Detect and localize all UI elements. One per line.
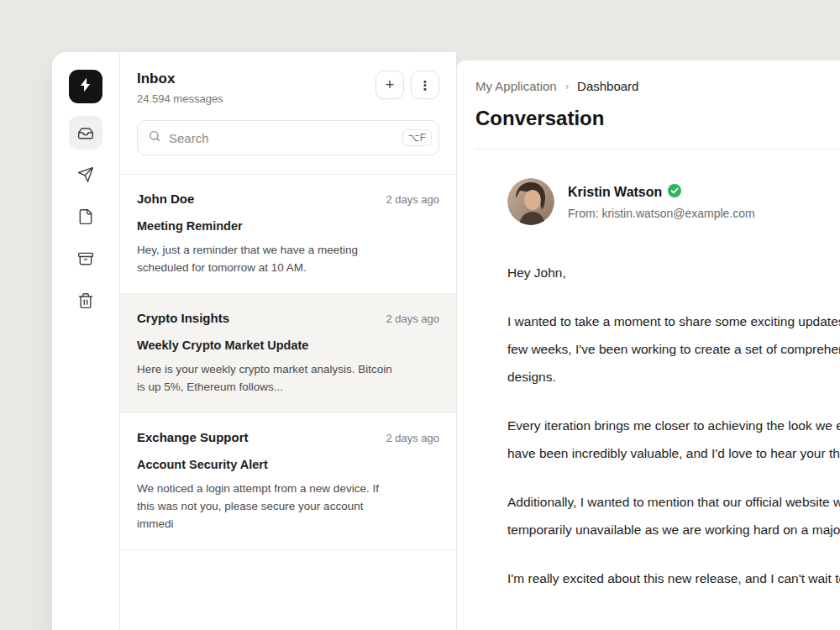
compose-button[interactable]: + bbox=[375, 71, 404, 99]
email-sender: John Doe bbox=[137, 192, 194, 206]
email-preview: Hey, just a reminder that we have a meet… bbox=[137, 241, 393, 276]
sidebar bbox=[52, 52, 120, 630]
app-logo[interactable] bbox=[69, 70, 102, 103]
message-body: Hey John, I wanted to take a moment to s… bbox=[507, 259, 840, 592]
inbox-icon bbox=[77, 124, 94, 141]
email-subject: Meeting Reminder bbox=[137, 219, 439, 233]
sender-email: From: kristin.watson@example.com bbox=[568, 207, 755, 220]
sidebar-item-archive[interactable] bbox=[69, 242, 102, 276]
breadcrumb: My Application › Dashboard bbox=[475, 79, 840, 93]
mail-window: Inbox 24.594 messages + ⋮ Search ⌥F bbox=[52, 52, 456, 630]
email-sender: Exchange Support bbox=[137, 430, 249, 444]
email-subject: Account Security Alert bbox=[137, 458, 439, 471]
body-line: designs. bbox=[507, 363, 840, 391]
email-list: John Doe 2 days ago Meeting Reminder Hey… bbox=[120, 174, 456, 630]
email-time: 2 days ago bbox=[386, 432, 439, 444]
sidebar-item-sent[interactable] bbox=[69, 158, 102, 192]
email-time: 2 days ago bbox=[386, 193, 439, 206]
body-line: Every iteration brings me closer to achi… bbox=[507, 412, 840, 439]
email-list-item[interactable]: John Doe 2 days ago Meeting Reminder Hey… bbox=[120, 175, 456, 294]
email-subject: Weekly Crypto Market Update bbox=[137, 339, 439, 352]
desktop-background: Inbox 24.594 messages + ⋮ Search ⌥F bbox=[0, 0, 840, 630]
conversation-panel: My Application › Dashboard Conversation bbox=[456, 60, 840, 630]
from-label: From: bbox=[568, 207, 599, 220]
sidebar-item-trash[interactable] bbox=[69, 284, 102, 318]
breadcrumb-item-my-application[interactable]: My Application bbox=[475, 79, 557, 93]
search-placeholder: Search bbox=[169, 131, 395, 145]
verified-badge-icon bbox=[668, 184, 681, 201]
sidebar-item-drafts[interactable] bbox=[69, 200, 102, 234]
email-list-panel: Inbox 24.594 messages + ⋮ Search ⌥F bbox=[120, 52, 456, 630]
email-time: 2 days ago bbox=[386, 312, 439, 325]
email-list-item[interactable] bbox=[120, 550, 456, 601]
avatar bbox=[507, 178, 554, 225]
body-line: temporarily unavailable as we are workin… bbox=[507, 516, 840, 543]
archive-icon bbox=[77, 250, 94, 267]
email-list-item[interactable]: Exchange Support 2 days ago Account Secu… bbox=[120, 413, 456, 550]
email-sender: Crypto Insights bbox=[137, 311, 229, 325]
from-email: kristin.watson@example.com bbox=[601, 207, 754, 220]
inbox-title: Inbox bbox=[137, 71, 223, 87]
list-header: Inbox 24.594 messages + ⋮ bbox=[120, 52, 456, 105]
email-list-item[interactable]: Crypto Insights 2 days ago Weekly Crypto… bbox=[120, 294, 456, 413]
sender-name-text: Kristin Watson bbox=[568, 185, 662, 200]
divider bbox=[475, 149, 840, 150]
bolt-icon bbox=[77, 76, 94, 97]
more-options-button[interactable]: ⋮ bbox=[411, 71, 439, 99]
body-line: I wanted to take a moment to share some … bbox=[507, 307, 840, 335]
body-line: Hey John, bbox=[507, 259, 840, 286]
email-preview: We noticed a login attempt from a new de… bbox=[137, 480, 393, 533]
inbox-message-count: 24.594 messages bbox=[137, 92, 223, 105]
chevron-right-icon: › bbox=[565, 80, 569, 92]
page-title: Conversation bbox=[475, 107, 840, 130]
message-sender: Kristin Watson From: kristin.watson@exam… bbox=[507, 178, 840, 225]
paper-plane-icon bbox=[77, 166, 94, 183]
body-line: Additionally, I wanted to mention that o… bbox=[507, 488, 840, 516]
body-line: I'm really excited about this new releas… bbox=[507, 564, 840, 592]
search-input[interactable]: Search ⌥F bbox=[137, 120, 439, 155]
body-line: have been incredibly valuable, and I'd l… bbox=[507, 439, 840, 467]
email-preview: Here is your weekly crypto market analys… bbox=[137, 360, 393, 396]
search-icon bbox=[148, 129, 161, 146]
file-icon bbox=[77, 208, 94, 225]
sidebar-item-inbox[interactable] bbox=[69, 116, 102, 150]
trash-icon bbox=[77, 292, 94, 309]
search-shortcut-badge: ⌥F bbox=[402, 129, 432, 146]
sender-name: Kristin Watson bbox=[568, 184, 755, 201]
breadcrumb-item-dashboard[interactable]: Dashboard bbox=[577, 79, 638, 93]
body-line: few weeks, I've been working to create a… bbox=[507, 335, 840, 363]
